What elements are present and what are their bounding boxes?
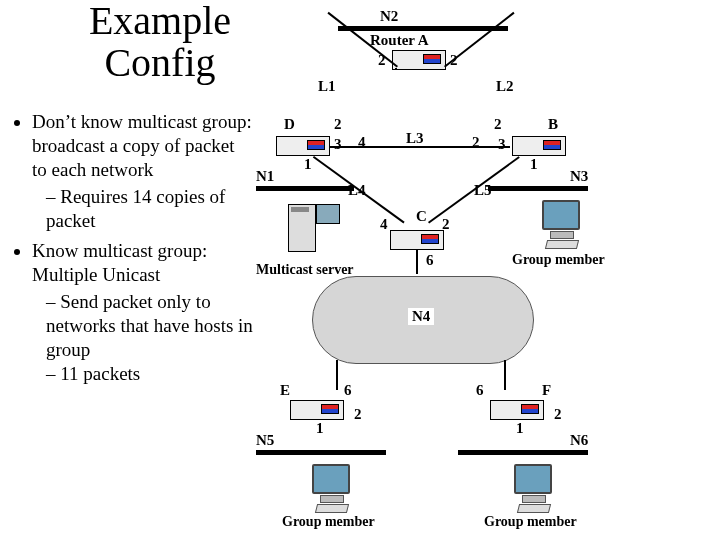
label-e: E (280, 382, 290, 399)
pc-n3-icon (542, 200, 582, 242)
label-n3: N3 (570, 168, 588, 185)
label-d: D (284, 116, 295, 133)
label-l4: L4 (348, 182, 366, 199)
router-e-icon (290, 400, 344, 420)
port-e-bot: 1 (316, 420, 324, 437)
label-l3: L3 (406, 130, 424, 147)
port-b-left: 3 (498, 136, 506, 153)
label-n4: N4 (408, 308, 434, 325)
port-d-right: 3 (334, 136, 342, 153)
multicast-server-icon (288, 204, 316, 252)
label-c: C (416, 208, 427, 225)
bullet-1a: Requires 14 copies of packet (46, 185, 254, 233)
port-l3-left: 4 (358, 134, 366, 151)
bullet-2a: Send packet only to networks that have h… (46, 290, 254, 361)
label-group-member-n6: Group member (484, 514, 577, 530)
label-b: B (548, 116, 558, 133)
label-f: F (542, 382, 551, 399)
pc-n6-icon (514, 464, 554, 506)
label-n6: N6 (570, 432, 588, 449)
bus-n5 (256, 450, 386, 455)
router-b-icon (512, 136, 566, 156)
bus-n3 (488, 186, 588, 191)
port-b-bot: 1 (530, 156, 538, 173)
router-f-icon (490, 400, 544, 420)
label-l1: L1 (318, 78, 336, 95)
port-e-far: 2 (354, 406, 362, 423)
bullet-2b: 11 packets (46, 362, 254, 386)
label-l5: L5 (474, 182, 492, 199)
port-c-bot: 6 (426, 252, 434, 269)
port-d-top: 2 (334, 116, 342, 133)
bus-n2 (338, 26, 508, 31)
bus-n1 (256, 186, 354, 191)
pc-n5-icon (312, 464, 352, 506)
router-d-icon (276, 136, 330, 156)
port-c-left: 4 (380, 216, 388, 233)
label-group-member-n5: Group member (282, 514, 375, 530)
label-l2: L2 (496, 78, 514, 95)
label-n1: N1 (256, 168, 274, 185)
port-f-bot: 1 (516, 420, 524, 437)
label-group-member-n3: Group member (512, 252, 605, 268)
port-f-left: 6 (476, 382, 484, 399)
bullet-text: Don’t know multicast group: broadcast a … (14, 110, 254, 391)
bullet-2: Know multicast group: Multiple Unicast S… (32, 239, 254, 386)
label-router-a: Router A (370, 32, 428, 49)
bus-n6 (458, 450, 588, 455)
port-l3-right: 2 (472, 134, 480, 151)
port-e-right: 6 (344, 382, 352, 399)
label-n2: N2 (380, 8, 398, 25)
router-a-icon (392, 50, 446, 70)
page-title: Example Config (60, 0, 260, 84)
label-multicast-server: Multicast server (256, 262, 354, 278)
bullet-1: Don’t know multicast group: broadcast a … (32, 110, 254, 233)
port-f-far: 2 (554, 406, 562, 423)
label-n5: N5 (256, 432, 274, 449)
port-b-top: 2 (494, 116, 502, 133)
router-c-icon (390, 230, 444, 250)
port-d-bot: 1 (304, 156, 312, 173)
network-diagram: N2 Router A 2 2 L1 L2 D 2 3 1 N1 2 B 3 1… (258, 8, 720, 538)
